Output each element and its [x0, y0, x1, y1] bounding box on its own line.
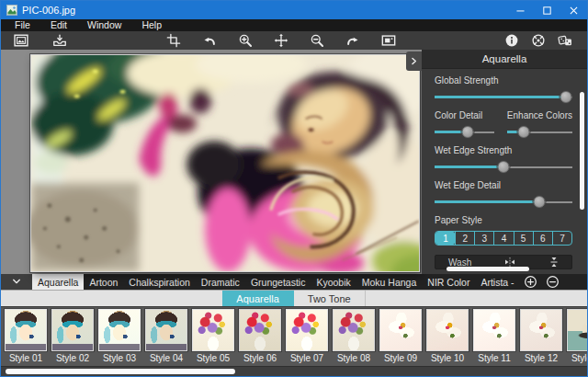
preset-tab[interactable]: Aquarella	[222, 291, 293, 306]
strip-collapse-button[interactable]	[1, 274, 32, 290]
paper-style-option[interactable]: 1	[435, 232, 455, 245]
strip-scrollbar	[1, 366, 587, 376]
paper-style-option[interactable]: 6	[533, 232, 552, 245]
slider-thumb[interactable]	[498, 161, 510, 173]
style-item[interactable]: Style 06	[238, 309, 282, 366]
app-window: PIC-006.jpg FileEditWindowHelp	[0, 0, 588, 377]
menu-item[interactable]: Edit	[40, 19, 77, 31]
category-tab[interactable]: Moku Hanga	[356, 274, 423, 290]
style-item[interactable]: Style 01	[4, 309, 48, 366]
undo-icon[interactable]	[202, 33, 217, 48]
category-tab[interactable]: Grungetastic	[245, 274, 311, 290]
randomize-icon[interactable]	[558, 33, 572, 48]
category-tab[interactable]: NIR Color	[422, 274, 475, 290]
style-label: Style 05	[197, 353, 230, 363]
strip-scrollbar-thumb[interactable]	[6, 369, 235, 374]
minimize-icon[interactable]	[507, 1, 534, 19]
style-item[interactable]: Style 08	[332, 309, 376, 366]
wet-edge-strength-slider[interactable]	[435, 161, 572, 173]
style-item[interactable]: Style 05	[191, 309, 235, 366]
close-icon[interactable]	[560, 1, 587, 19]
category-tab[interactable]: Aquarella	[32, 274, 84, 290]
panel-body: Global Strength Color Detail Enhance	[422, 69, 587, 274]
slider-thumb[interactable]	[534, 196, 546, 208]
window-controls	[507, 1, 587, 19]
style-item[interactable]: Style 03	[97, 309, 141, 366]
remove-icon[interactable]	[546, 275, 560, 289]
paper-style-option[interactable]: 3	[474, 232, 493, 245]
style-thumbnail[interactable]	[333, 309, 375, 351]
style-label: Style 10	[431, 353, 464, 363]
open-image-icon[interactable]	[14, 33, 28, 48]
wash-label: Wash	[448, 257, 471, 268]
style-thumbnail[interactable]	[98, 309, 141, 351]
category-tabbar: AquarellaArtoonChalkspirationDramaticGru…	[1, 274, 587, 290]
panel-collapse-button[interactable]	[406, 51, 422, 71]
paper-style-option[interactable]: 2	[455, 232, 474, 245]
style-thumbnail[interactable]	[379, 309, 422, 351]
style-thumbnail[interactable]	[192, 309, 234, 351]
style-item[interactable]: Style 12	[519, 309, 563, 366]
panel-horizontal-scrollbar[interactable]	[447, 267, 529, 271]
redo-icon[interactable]	[345, 33, 360, 48]
style-item[interactable]: Style 13	[566, 309, 587, 366]
settings-icon[interactable]	[531, 33, 546, 48]
move-icon[interactable]	[274, 33, 288, 48]
menu-item[interactable]: Window	[77, 19, 131, 31]
style-item[interactable]: Style 02	[51, 309, 95, 366]
style-label: Style 13	[571, 353, 587, 363]
slider-thumb[interactable]	[461, 126, 473, 138]
style-thumbnail[interactable]	[426, 309, 469, 351]
style-thumbnail[interactable]	[239, 309, 281, 351]
category-tab[interactable]: Kyoobik	[311, 274, 356, 290]
style-item[interactable]: Style 04	[144, 309, 188, 366]
category-tab[interactable]: Chalkspiration	[123, 274, 196, 290]
add-icon[interactable]	[524, 275, 537, 289]
color-detail-slider[interactable]	[435, 126, 494, 138]
crop-icon[interactable]	[166, 33, 181, 48]
global-strength-slider[interactable]	[435, 91, 572, 103]
category-tab[interactable]: Artoon	[84, 274, 123, 290]
paper-style-option[interactable]: 4	[493, 232, 513, 245]
style-thumbnail[interactable]	[51, 309, 94, 351]
maximize-icon[interactable]	[534, 1, 560, 19]
chevron-down-icon	[11, 274, 22, 290]
style-thumbnail[interactable]	[567, 309, 587, 351]
main-area: Aquarella Global Strength Color Detail	[1, 50, 587, 274]
style-thumbnail[interactable]	[145, 309, 187, 351]
paper-style-option[interactable]: 7	[552, 232, 571, 245]
toolbar	[1, 31, 587, 50]
style-label: Style 06	[243, 353, 277, 363]
menu-item[interactable]: Help	[131, 19, 172, 31]
zoom-in-icon[interactable]	[238, 33, 253, 48]
effect-panel: Aquarella Global Strength Color Detail	[422, 50, 587, 274]
slider-thumb[interactable]	[560, 91, 571, 103]
category-tab[interactable]: Artista -	[475, 274, 519, 290]
style-item[interactable]: Style 10	[425, 309, 469, 366]
menu-item[interactable]: File	[5, 19, 40, 31]
flip-v-icon[interactable]	[548, 256, 560, 268]
wet-edge-detail-slider[interactable]	[435, 196, 572, 208]
style-thumbnail[interactable]	[520, 309, 562, 351]
style-label: Style 12	[525, 353, 558, 363]
preset-tab[interactable]: Two Tone	[294, 291, 366, 306]
canvas-image[interactable]	[30, 54, 420, 272]
style-item[interactable]: Style 11	[472, 309, 516, 366]
slider-thumb[interactable]	[517, 126, 529, 138]
fit-image-icon[interactable]	[381, 33, 396, 48]
style-thumbnail[interactable]	[473, 309, 515, 351]
zoom-out-icon[interactable]	[310, 33, 324, 48]
style-label: Style 07	[290, 353, 323, 363]
save-icon[interactable]	[52, 33, 67, 48]
panel-vertical-scrollbar[interactable]	[580, 92, 584, 210]
enhance-colors-slider[interactable]	[507, 126, 572, 138]
app-icon	[6, 5, 17, 16]
style-thumbnail[interactable]	[286, 309, 328, 351]
category-tab[interactable]: Dramatic	[196, 274, 245, 290]
info-icon[interactable]	[504, 33, 519, 48]
style-thumbnail[interactable]	[5, 309, 47, 351]
paper-style-option[interactable]: 5	[514, 232, 533, 245]
style-item[interactable]: Style 07	[285, 309, 329, 366]
style-item[interactable]: Style 09	[379, 309, 423, 366]
color-detail-label: Color Detail	[435, 110, 494, 120]
